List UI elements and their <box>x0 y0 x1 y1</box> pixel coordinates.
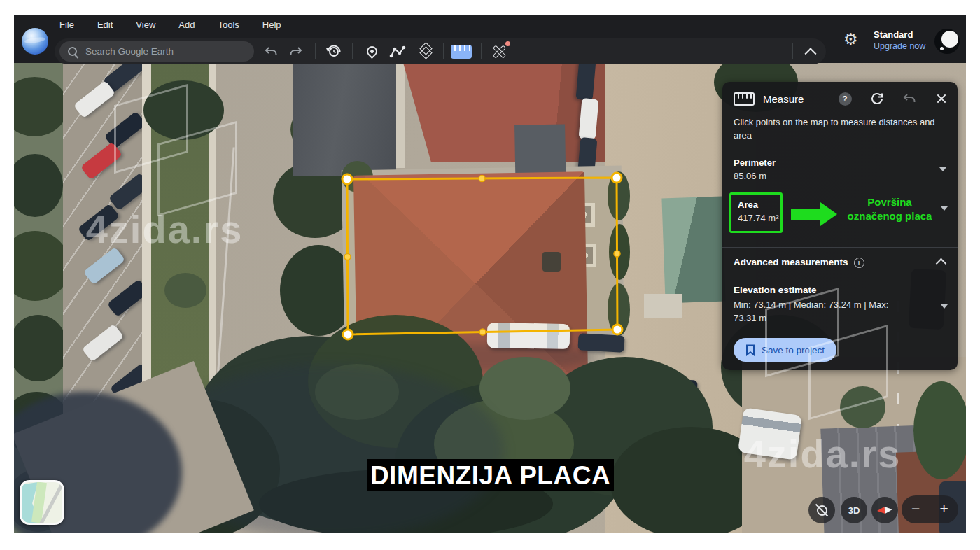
save-to-project-button[interactable]: Save to project <box>734 338 836 362</box>
3d-button[interactable]: 3D <box>841 497 867 523</box>
menu-tools[interactable]: Tools <box>216 17 241 33</box>
menu-add[interactable]: Add <box>176 17 197 33</box>
restart-icon <box>870 92 884 106</box>
compass-button[interactable] <box>872 497 898 523</box>
help-icon: ? <box>839 92 852 106</box>
perimeter-label: Perimeter <box>734 157 776 168</box>
map-style-button[interactable] <box>414 38 437 64</box>
drawing-tools-button[interactable] <box>489 38 511 64</box>
redo-button[interactable] <box>285 38 307 64</box>
search-bar[interactable] <box>59 41 254 62</box>
settings-gear-icon[interactable]: ⚙ <box>844 31 858 48</box>
polygon-midpoint-handle <box>614 251 620 257</box>
restart-button[interactable] <box>869 91 885 106</box>
redo-icon <box>289 45 303 58</box>
polygon-midpoint-handle <box>344 254 351 260</box>
polygon-vertex-handle <box>342 174 352 184</box>
polygon-midpoint-handle <box>479 329 486 335</box>
perimeter-value: 85.06 m <box>734 171 776 181</box>
collapse-toolbar-button[interactable] <box>799 38 822 64</box>
perimeter-unit-caret[interactable] <box>939 167 946 171</box>
notification-dot <box>505 41 510 46</box>
sun-toggle-button[interactable] <box>808 497 835 523</box>
account-plan: Standard Upgrade now <box>874 29 937 51</box>
top-bar: File Edit View Add Tools Help <box>14 15 966 63</box>
upgrade-link[interactable]: Upgrade now <box>874 41 937 51</box>
polygon-midpoint-handle <box>479 176 485 182</box>
area-label: Area <box>738 199 780 210</box>
panel-title: Measure <box>763 93 804 105</box>
historical-imagery-icon <box>326 43 342 60</box>
measure-instruction: Click points on the map to measure dista… <box>734 115 946 142</box>
toolbar-separator <box>352 43 353 59</box>
polygon-vertex-handle <box>612 173 622 183</box>
toolbar-separator <box>792 43 793 59</box>
info-icon[interactable]: i <box>854 258 864 268</box>
annotation-arrow <box>791 202 837 226</box>
avatar[interactable] <box>934 29 960 54</box>
area-unit-caret[interactable] <box>941 206 948 211</box>
toolbar-separator <box>315 43 316 59</box>
menu-edit[interactable]: Edit <box>95 17 115 33</box>
video-caption: DIMENZIJA PLACA <box>367 459 614 491</box>
undo-icon <box>902 92 916 105</box>
measure-ruler-icon <box>451 45 472 59</box>
undo-measure-button[interactable] <box>902 91 917 106</box>
measure-panel-header: Measure ? <box>734 89 949 108</box>
area-annotation: Površina označenog placa <box>840 195 939 223</box>
compass-needle-icon <box>876 501 894 519</box>
measure-panel: Measure ? Click points on the map to mea… <box>722 82 958 370</box>
placemark-pin-icon <box>364 44 379 59</box>
google-earth-logo <box>22 28 48 55</box>
help-button[interactable]: ? <box>837 91 853 106</box>
save-button-label: Save to project <box>762 345 825 355</box>
measure-button-active[interactable] <box>450 38 472 64</box>
path-icon <box>389 45 406 59</box>
plan-label: Standard <box>874 29 937 40</box>
zoom-out-button[interactable]: − <box>902 495 930 523</box>
elevation-values: Min: 73.14 m | Median: 73.24 m | Max: 73… <box>734 298 930 325</box>
search-icon <box>68 47 77 56</box>
menu-bar: File Edit View Add Tools Help <box>57 17 284 33</box>
advanced-collapse-chevron[interactable] <box>936 258 947 269</box>
area-highlight-box: Area 417.74 m² <box>729 192 783 233</box>
chevron-up-icon <box>805 48 817 59</box>
toolbar-separator <box>481 43 482 59</box>
menu-file[interactable]: File <box>57 17 76 33</box>
search-input[interactable] <box>84 45 234 57</box>
placemark-button[interactable] <box>360 38 383 64</box>
close-icon <box>936 93 947 104</box>
ruler-icon <box>734 92 755 106</box>
sun-slash-icon <box>814 502 830 518</box>
toolbar <box>55 38 826 64</box>
close-panel-button[interactable] <box>934 91 949 106</box>
google-earth-window: DIMENZIJA PLACA 3D − + File Edit View Ad… <box>14 15 966 533</box>
elevation-label: Elevation estimate <box>734 285 930 295</box>
advanced-measurements-label: Advanced measurements <box>734 257 848 267</box>
path-button[interactable] <box>386 38 409 64</box>
layers-icon <box>419 44 433 59</box>
polygon-vertex-handle <box>343 330 353 339</box>
zoom-in-button[interactable]: + <box>930 495 959 523</box>
drawing-tools-icon <box>491 43 508 60</box>
area-value: 417.74 m² <box>738 213 780 223</box>
historical-imagery-button[interactable] <box>323 38 345 64</box>
panel-divider <box>722 247 958 248</box>
menu-help[interactable]: Help <box>260 17 284 33</box>
zoom-control: − + <box>902 495 958 523</box>
map-style-thumbnail[interactable] <box>20 480 64 525</box>
undo-icon <box>264 45 278 58</box>
3d-label: 3D <box>848 505 860 516</box>
polygon-vertex-handle <box>612 325 622 334</box>
menu-view[interactable]: View <box>134 17 158 33</box>
undo-button[interactable] <box>260 38 282 64</box>
toolbar-separator <box>443 43 444 59</box>
bookmark-icon <box>746 344 755 356</box>
elevation-unit-caret[interactable] <box>941 304 948 309</box>
